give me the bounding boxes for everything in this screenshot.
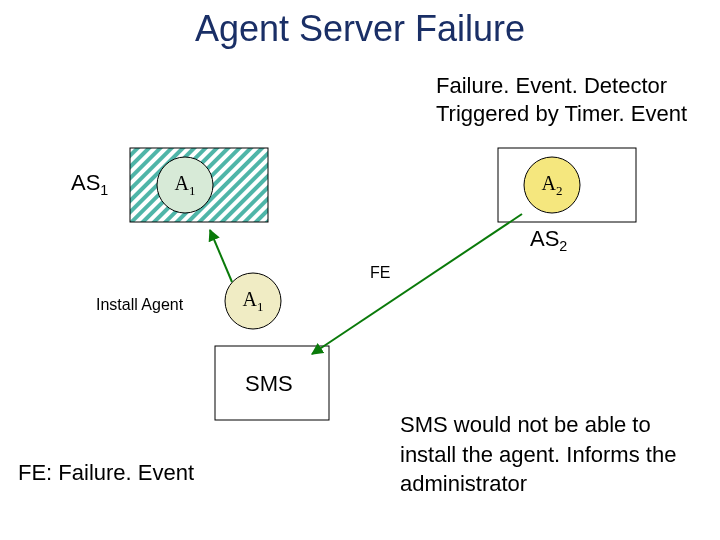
fe-arrow [312,214,522,354]
fe-label: FE [370,264,390,282]
as1-label: AS1 [71,170,108,198]
sms-label: SMS [245,371,293,397]
install-agent-label: Install Agent [96,296,183,314]
fe-key-label: FE: Failure. Event [18,460,194,486]
sms-note: SMS would not be able to install the age… [400,410,710,499]
as2-label: AS2 [530,226,567,254]
install-arrow [210,230,232,282]
